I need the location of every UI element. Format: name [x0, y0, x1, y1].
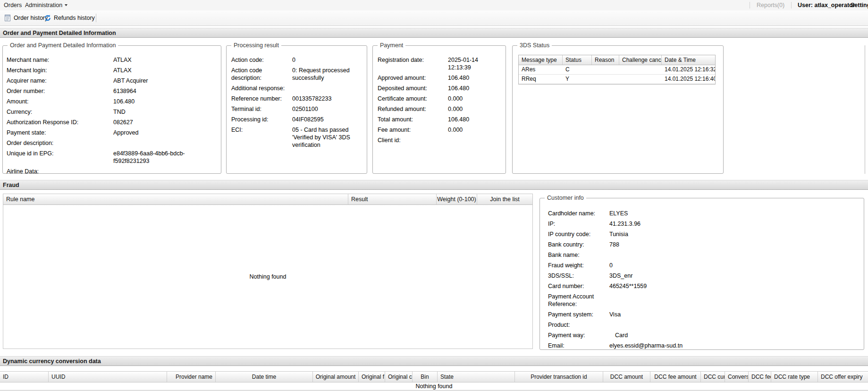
- field-row: Deposited amount:106.480: [373, 85, 506, 92]
- field-value: 788: [609, 241, 864, 248]
- 3ds-status-table: Message typeStatusReasonChallenge cancel…: [518, 55, 716, 85]
- field-value: ELYES: [609, 210, 864, 217]
- field-value: Card: [609, 332, 864, 339]
- menu-orders[interactable]: Orders: [4, 0, 22, 10]
- column-header: DCC amount: [603, 372, 650, 382]
- field-value: 106.480: [113, 98, 221, 105]
- field-label: Product:: [548, 321, 609, 329]
- field-row: 3DS/SSL:3DS_enr: [540, 272, 864, 280]
- field-row: Cardholder name:ELYES: [540, 210, 864, 217]
- column-header: Provider transaction id: [515, 372, 603, 382]
- field-value: [292, 85, 367, 92]
- field-row: Refunded amount:0.000: [373, 105, 506, 113]
- customer-info-fields: Cardholder name:ELYESIP:41.231.3.96IP co…: [540, 198, 864, 349]
- refunds-history-label: Refunds history: [54, 15, 95, 21]
- fieldset-legend: 3DS Status: [517, 42, 552, 49]
- field-row: Fee amount:0.000: [373, 126, 506, 134]
- refunds-history-button[interactable]: Refunds history: [41, 12, 98, 24]
- field-value: [609, 321, 864, 329]
- field-label: Order number:: [7, 87, 113, 95]
- column-header: Status: [563, 55, 592, 65]
- field-row: Total amount:106.480: [373, 116, 506, 123]
- field-label: Order description:: [7, 139, 113, 147]
- field-label: 3DS/SSL:: [548, 272, 609, 280]
- field-row: Order number:6138964: [3, 87, 221, 95]
- column-header: Result: [348, 194, 437, 204]
- menu-settings[interactable]: Settings: [851, 0, 868, 10]
- field-row: Merchant name:ATLAX: [3, 56, 221, 64]
- field-row: Product:: [540, 321, 864, 329]
- column-header: Original c: [385, 372, 413, 382]
- column-header: Bin: [413, 372, 438, 382]
- field-value: [113, 139, 221, 147]
- field-label: Card number:: [548, 282, 609, 290]
- field-value: 02501100: [292, 105, 367, 113]
- field-row: Bank country:788: [540, 241, 864, 248]
- column-header: Reason: [592, 55, 619, 65]
- user-label: User: atlax_operator: [798, 0, 855, 10]
- page: Orders Administration Reports(0) User: a…: [0, 0, 868, 391]
- field-row: ECI:05 - Card has passed 'Verified by VI…: [227, 126, 367, 149]
- menubar: Orders Administration Reports(0) User: a…: [0, 0, 868, 11]
- chevron-down-icon: [65, 4, 67, 6]
- field-label: Acquirer name:: [7, 77, 113, 85]
- fieldset-processing-result: Processing result Action code:0Action co…: [226, 45, 367, 174]
- table-row: RReqY14.01.2025 12:16:40: [519, 75, 715, 84]
- column-header: Join the list: [477, 194, 532, 204]
- menubar-separator: [791, 2, 792, 8]
- fraud-table: Rule nameResultWeight (0-100)Join the li…: [3, 194, 533, 349]
- dcc-table: IDUUIDProvider nameDate timeOriginal amo…: [0, 371, 868, 391]
- field-label: Action code:: [231, 56, 292, 64]
- field-row: Merchant login:ATLAX: [3, 67, 221, 74]
- field-label: Approved amount:: [378, 74, 448, 82]
- table-row: AResC14.01.2025 12:16:32: [519, 65, 715, 75]
- column-header: DCC fee amount: [650, 372, 701, 382]
- section-bar-fraud: Fraud: [0, 180, 868, 190]
- field-label: Refunded amount:: [378, 105, 448, 113]
- field-label: Payment Account Reference:: [548, 293, 609, 308]
- field-value: e84f3889-6aa8-4bb6-bdcb-f592f8231293: [113, 150, 221, 165]
- cell: ARes: [519, 65, 563, 74]
- field-row: Approved amount:106.480: [373, 74, 506, 82]
- toolbar-separator: [96, 14, 96, 22]
- field-value: TND: [113, 108, 221, 116]
- table-header-row: Rule nameResultWeight (0-100)Join the li…: [3, 194, 532, 205]
- field-label: Certificate amount:: [378, 95, 448, 102]
- column-header: Rule name: [3, 194, 348, 204]
- fieldset-customer-info: Customer info Cardholder name:ELYESIP:41…: [539, 198, 864, 350]
- column-header: Original f: [359, 372, 385, 382]
- column-header: DCC curr: [701, 372, 725, 382]
- field-value: 04IF082595: [292, 116, 367, 123]
- field-value: [609, 251, 864, 259]
- field-value: 0.000: [448, 95, 506, 102]
- field-row: Payment system:Visa: [540, 311, 864, 318]
- order-info-fields: Merchant name:ATLAXMerchant login:ATLAXA…: [3, 46, 221, 173]
- cell: RReq: [519, 75, 563, 84]
- field-row: Unique id in EPG:e84f3889-6aa8-4bb6-bdcb…: [3, 150, 221, 165]
- field-value: [448, 136, 506, 144]
- field-value: elyes.essid@pharma-sud.tn: [609, 342, 864, 349]
- field-label: Registration date:: [378, 56, 448, 71]
- field-label: Payment way:: [548, 332, 609, 339]
- field-value: 0: [609, 262, 864, 269]
- refunds-history-icon: [44, 14, 51, 22]
- column-header: DCC fee: [749, 372, 771, 382]
- field-row: Payment way:Card: [540, 332, 864, 339]
- field-label: Client id:: [378, 136, 448, 144]
- column-header: Provider name: [167, 372, 216, 382]
- field-label: Processing id:: [231, 116, 292, 123]
- field-value: [113, 168, 221, 173]
- cell: [619, 75, 662, 84]
- field-label: Terminal id:: [231, 105, 292, 113]
- field-label: Merchant login:: [7, 67, 113, 74]
- field-value: Approved: [113, 129, 221, 136]
- field-row: Airline Data:: [3, 168, 221, 173]
- menubar-separator: [750, 2, 750, 8]
- field-label: Payment state:: [7, 129, 113, 136]
- menu-reports[interactable]: Reports(0): [757, 0, 784, 10]
- column-header: Original amount: [313, 372, 359, 382]
- menu-administration[interactable]: Administration: [25, 0, 67, 10]
- field-row: IP:41.231.3.96: [540, 220, 864, 228]
- field-label: Bank country:: [548, 241, 609, 248]
- cell: C: [563, 65, 592, 74]
